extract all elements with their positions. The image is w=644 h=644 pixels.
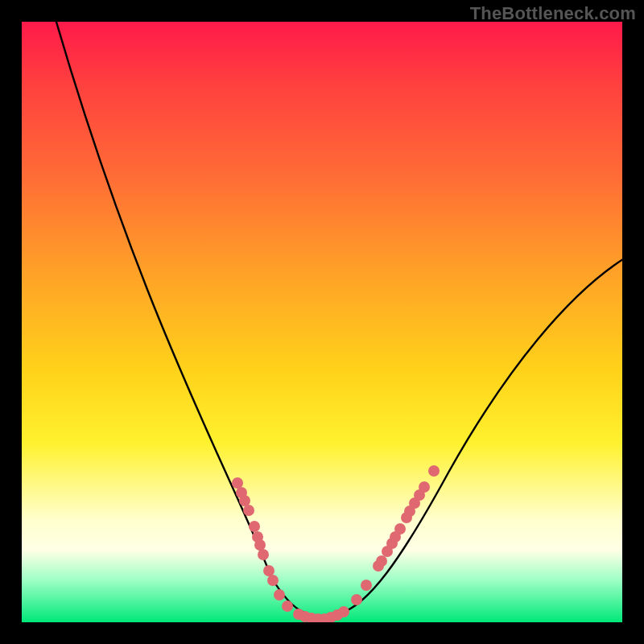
bottleneck-curve-path [54, 22, 622, 616]
data-point [394, 523, 406, 535]
data-point [258, 549, 269, 560]
data-point [282, 601, 293, 612]
chart-frame [22, 22, 622, 622]
data-point [274, 589, 285, 601]
data-point [243, 505, 254, 516]
datapoints-right [351, 465, 440, 605]
data-point [351, 594, 362, 605]
data-point [263, 565, 275, 576]
data-point [232, 477, 243, 489]
data-point [239, 495, 250, 506]
data-point [249, 521, 260, 532]
data-point [361, 580, 372, 591]
data-point [338, 606, 349, 617]
data-point [419, 481, 430, 493]
data-point [267, 575, 279, 586]
data-point [376, 555, 387, 567]
datapoints-bottom [293, 606, 349, 622]
data-point [254, 539, 266, 551]
bottleneck-chart [22, 22, 622, 622]
datapoints-left [232, 477, 293, 612]
data-point [428, 465, 440, 477]
